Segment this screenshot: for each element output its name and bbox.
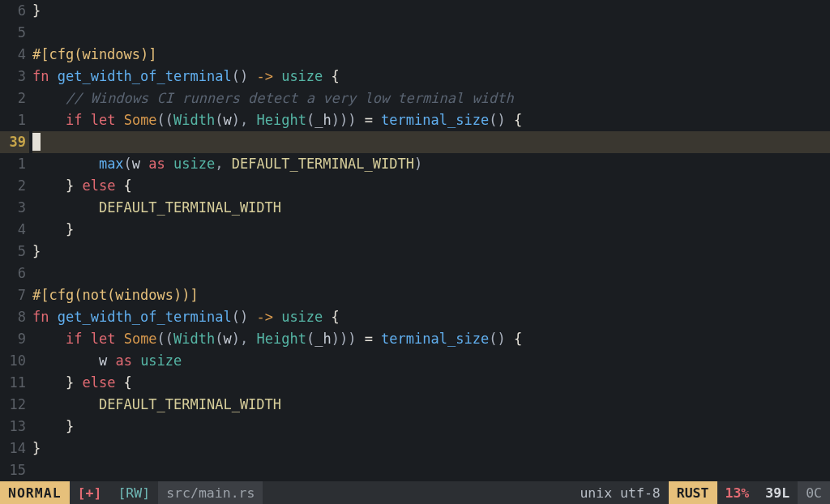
token [273,68,281,84]
token: (( [157,331,173,347]
token: let [91,112,116,128]
token: w [132,156,140,172]
token: = [356,112,381,128]
token: #[cfg(not(windows))] [32,287,199,303]
token: if [66,112,82,128]
editor-pane[interactable]: 6543213912345678910111213141516 }#[cfg(w… [0,0,830,481]
token: fn [32,309,49,325]
token: ( [215,112,223,128]
line-number: 1 [0,109,29,131]
token: _h [314,331,331,347]
code-line[interactable]: } [32,0,830,22]
code-line[interactable] [32,263,830,284]
code-line[interactable]: fn get_width_of_terminal() -> usize { [32,306,830,328]
token: get_width_of_terminal [58,68,232,84]
code-line[interactable]: #[cfg(windows)] [32,44,830,66]
token: ) [232,112,240,128]
file-path: src/main.rs [158,481,263,504]
code-area[interactable]: }#[cfg(windows)]fn get_width_of_terminal… [32,0,830,481]
code-line[interactable]: if let Some((Width(w), Height(_h))) = te… [32,109,830,131]
token: = [356,331,381,347]
token: (( [157,112,173,128]
token: { [323,68,339,84]
token: { [506,112,522,128]
token: () [489,331,505,347]
token [32,112,66,128]
token: Some [124,331,157,347]
line-number: 5 [0,22,29,44]
token [107,352,115,369]
token [49,68,57,84]
token: as [148,156,165,172]
code-line[interactable]: #[cfg(not(windows))] [32,284,830,306]
code-line[interactable]: max(w as usize, DEFAULT_TERMINAL_WIDTH) [32,153,830,175]
token: ( [306,331,314,347]
token: w [99,352,107,369]
token: } [32,243,41,259]
token: terminal_size [381,331,489,347]
code-line[interactable] [32,131,830,153]
line-number: 13 [0,416,29,438]
token: } [32,418,74,434]
token: () [489,112,505,128]
token [165,156,173,172]
token [82,112,90,128]
token: max [99,156,124,172]
code-line[interactable]: } else { [32,372,830,394]
line-number: 5 [0,241,29,263]
code-line[interactable]: w as usize [32,350,830,372]
line-number: 4 [0,44,29,66]
token: DEFAULT_TERMINAL_WIDTH [99,396,281,412]
token: () [232,309,248,325]
code-line[interactable]: } else { [32,175,830,197]
code-line[interactable] [32,22,830,44]
code-line[interactable]: } [32,241,830,263]
token [32,331,66,347]
line-number: 14 [0,438,29,459]
token: DEFAULT_TERMINAL_WIDTH [232,156,414,172]
token: // Windows CI runners detect a very low … [66,90,514,106]
token: , [240,331,256,347]
code-line[interactable]: DEFAULT_TERMINAL_WIDTH [32,197,830,219]
token: DEFAULT_TERMINAL_WIDTH [99,199,281,216]
token: ) [232,331,240,347]
line-number: 8 [0,306,29,328]
code-line[interactable]: DEFAULT_TERMINAL_WIDTH [32,394,830,416]
line-number: 12 [0,394,29,416]
token [49,309,57,325]
percent-indicator: 13% [717,481,758,504]
line-number: 10 [0,350,29,372]
token: { [115,374,131,391]
token [82,331,90,347]
token: #[cfg(windows)] [32,46,157,62]
code-line[interactable]: } [32,416,830,438]
token: usize [281,309,323,325]
token: { [115,177,131,194]
line-number-gutter: 6543213912345678910111213141516 [0,0,29,481]
linecount-indicator: 39L [757,481,798,504]
token: as [115,352,131,369]
code-line[interactable]: } [32,219,830,241]
token: usize [173,156,215,172]
token: -> [256,309,272,325]
code-line[interactable]: // Windows CI runners detect a very low … [32,88,830,109]
token: { [323,309,339,325]
token: Some [124,112,157,128]
token: Width [173,331,215,347]
line-number: 2 [0,88,29,109]
token: ( [124,156,132,172]
token [115,112,123,128]
code-line[interactable] [32,459,830,481]
code-line[interactable]: } [32,438,830,459]
token [32,396,99,412]
code-line[interactable]: fn get_width_of_terminal() -> usize { [32,66,830,88]
token: get_width_of_terminal [58,309,232,325]
token [32,90,66,106]
token: Width [173,112,215,128]
line-number: 3 [0,197,29,219]
line-number: 6 [0,263,29,284]
line-number: 15 [0,459,29,481]
token [248,68,256,84]
code-line[interactable]: if let Some((Width(w), Height(_h))) = te… [32,328,830,350]
token: else [82,177,115,194]
